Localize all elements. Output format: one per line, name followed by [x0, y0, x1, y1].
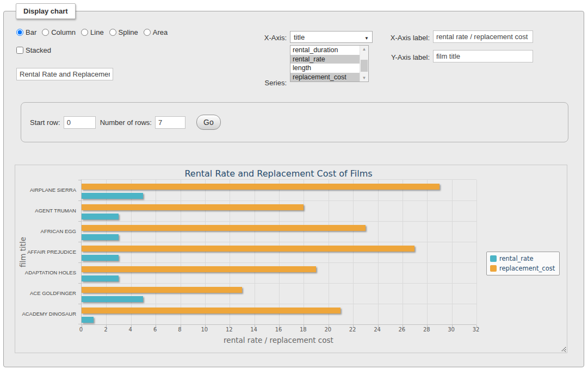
x-tick-label: 28 — [423, 327, 430, 333]
chart-bar-group — [82, 304, 476, 324]
x-tick-label: 30 — [448, 327, 455, 333]
chart-bar-group — [82, 242, 476, 262]
bar-rental_rate[interactable] — [82, 317, 94, 323]
x-tick-label: 6 — [153, 327, 157, 333]
x-tick-label: 14 — [250, 327, 257, 333]
chart-type-radio-group: BarColumnLineSplineArea — [16, 28, 168, 36]
radio-label: Spline — [119, 28, 138, 36]
x-axis-title-label-text: X-Axis label: — [370, 34, 430, 42]
category-label: AIRPLANE SIERRA — [15, 179, 76, 200]
bar-replacement_cost[interactable] — [82, 308, 341, 313]
category-label: AGENT TRUMAN — [15, 200, 76, 221]
stacked-row: Stacked — [16, 46, 51, 54]
x-tick-label: 26 — [399, 327, 406, 333]
legend-swatch-icon — [490, 255, 497, 262]
scroll-down-icon[interactable] — [360, 74, 368, 81]
chart-x-axis-title: rental rate / replacement cost — [81, 336, 476, 344]
chart-bar-group — [82, 283, 476, 304]
radio-area[interactable] — [144, 29, 151, 36]
y-tick-mark — [78, 324, 81, 324]
x-axis-title-input[interactable] — [433, 30, 533, 43]
legend-item-replacement_cost[interactable]: replacement_cost — [490, 265, 555, 272]
radio-label: Area — [153, 28, 168, 36]
radio-label: Line — [90, 28, 104, 36]
bar-replacement_cost[interactable] — [82, 287, 242, 293]
radio-bar[interactable] — [16, 29, 23, 36]
series-option[interactable]: rental_duration — [290, 46, 360, 55]
bar-replacement_cost[interactable] — [82, 225, 366, 231]
bar-rental_rate[interactable] — [82, 214, 119, 220]
x-tick-label: 10 — [201, 327, 208, 333]
series-options: rental_durationrental_ratelengthreplacem… — [290, 46, 360, 81]
chart-container: Rental Rate and Replacement Cost of Film… — [15, 165, 567, 353]
radio-spline[interactable] — [109, 29, 116, 36]
chart-bar-group — [82, 221, 476, 242]
x-tick-label: 12 — [226, 327, 233, 333]
bar-rental_rate[interactable] — [82, 193, 143, 199]
y-tick-mark — [78, 242, 81, 242]
chart-bar-group — [82, 200, 476, 221]
start-row-input[interactable] — [64, 116, 96, 129]
display-chart-panel: Display chart BarColumnLineSplineArea St… — [3, 11, 584, 367]
x-tick-label: 24 — [374, 327, 381, 333]
category-label: ACADEMY DINOSAUR — [15, 303, 76, 324]
radio-column[interactable] — [42, 29, 49, 36]
bar-replacement_cost[interactable] — [82, 184, 440, 190]
x-tick-label: 8 — [178, 327, 181, 333]
x-tick-label: 0 — [79, 327, 83, 333]
bar-replacement_cost[interactable] — [82, 266, 316, 272]
series-option[interactable]: length — [290, 64, 360, 73]
legend-label: replacement_cost — [499, 265, 555, 272]
y-tick-mark — [78, 283, 81, 284]
rows-panel: Start row: Number of rows: Go — [21, 102, 568, 142]
series-option[interactable]: rental_rate — [290, 55, 360, 64]
chart-type-option: Line — [81, 28, 104, 36]
series-scrollbar[interactable] — [360, 46, 368, 81]
x-tick-label: 2 — [104, 327, 107, 333]
bar-rental_rate[interactable] — [82, 296, 143, 302]
chart-type-option: Bar — [16, 28, 36, 36]
radio-label: Column — [51, 28, 76, 36]
go-button[interactable]: Go — [196, 115, 221, 130]
radio-label: Bar — [26, 28, 36, 36]
y-axis-title-input[interactable] — [433, 50, 533, 62]
legend-label: rental_rate — [499, 255, 534, 262]
y-tick-mark — [78, 262, 81, 263]
legend-item-rental_rate[interactable]: rental_rate — [490, 255, 555, 262]
x-tick-label: 18 — [300, 327, 307, 333]
y-axis-title-label-text: Y-Axis label: — [370, 53, 430, 61]
chart-type-option: Column — [42, 28, 76, 36]
x-axis-select[interactable]: title — [290, 31, 373, 43]
start-row-label: Start row: — [30, 118, 60, 127]
bar-rental_rate[interactable] — [82, 234, 119, 240]
x-tick-label: 16 — [275, 327, 282, 333]
chart-plot-area — [81, 179, 476, 325]
chart-legend: rental_ratereplacement_cost — [486, 252, 560, 275]
resize-handle-icon[interactable] — [560, 346, 566, 352]
chart-bar-group — [82, 262, 476, 283]
stacked-checkbox[interactable] — [16, 47, 23, 54]
bar-replacement_cost[interactable] — [82, 246, 414, 252]
chart-x-tick-labels: 02468101214161820222426283032 — [81, 327, 476, 334]
x-axis-label-text: X-Axis: — [232, 34, 287, 42]
chart-type-option: Area — [144, 28, 168, 36]
display-chart-tab-label: Display chart — [16, 3, 76, 19]
radio-line[interactable] — [81, 29, 88, 36]
series-listbox[interactable]: rental_durationrental_ratelengthreplacem… — [290, 45, 369, 82]
bar-rental_rate[interactable] — [82, 255, 119, 261]
scrollbar-thumb[interactable] — [361, 60, 368, 72]
chart-title-input[interactable] — [16, 68, 113, 80]
y-tick-mark — [78, 180, 81, 180]
y-tick-mark — [78, 304, 81, 304]
stacked-option: Stacked — [16, 46, 51, 54]
chart-type-option: Spline — [109, 28, 138, 36]
chart-title: Rental Rate and Replacement Cost of Film… — [81, 168, 476, 179]
stacked-label: Stacked — [26, 46, 51, 54]
rows-controls: Start row: Number of rows: Go — [30, 115, 221, 130]
series-option[interactable]: replacement_cost — [290, 73, 360, 82]
bar-replacement_cost[interactable] — [82, 204, 304, 210]
x-tick-label: 22 — [349, 327, 356, 333]
scroll-up-icon[interactable] — [360, 46, 368, 53]
num-rows-input[interactable] — [155, 116, 185, 129]
bar-rental_rate[interactable] — [82, 275, 119, 281]
